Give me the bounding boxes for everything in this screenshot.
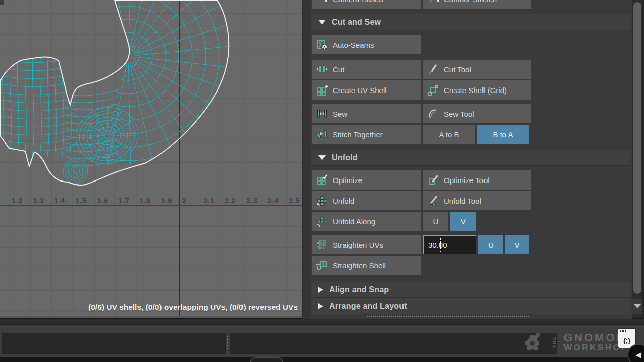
optimize-tool-button[interactable]: Optimize Tool [423,170,531,190]
sew-tool-button[interactable]: Sew Tool [423,104,531,123]
axis-label: 2 [182,196,187,205]
cut-button[interactable]: Cut [312,60,421,79]
cut-tool-button[interactable]: Cut Tool [423,60,531,79]
axis-label: 2.4 [268,196,279,205]
stitch-together-label: Stitch Together [333,130,383,139]
straighten-shell-button[interactable]: Straighten Shell [312,256,421,275]
scrollbar-down-button[interactable] [632,299,642,314]
camera-based-icon [316,0,328,5]
stitch-b-to-a-button[interactable]: B to A [477,125,529,144]
axis-label: 1.8 [139,196,150,205]
sew-label: Sew [333,110,347,118]
a-to-b-label: A to B [439,130,459,139]
unfold-icon [316,195,328,207]
panel-bottom-strip [0,319,644,324]
camera-based-button[interactable]: Camera-Based [312,0,421,9]
stitch-a-to-b-button[interactable]: A to B [423,125,475,144]
axis-label: 1.2 [12,196,23,205]
uv-toolkit-panel: Camera-Based Contour Stretch Cut and Sew… [311,0,632,319]
toolkit-scrollbar[interactable] [632,0,642,318]
cut-tool-icon [427,63,439,75]
unfold-along-u-button[interactable]: U [423,212,448,231]
chevron-down-icon [318,20,326,24]
viewport-corner [0,0,4,5]
sew-icon [316,108,328,120]
optimize-tool-icon [427,174,439,186]
v-label: V [514,241,519,249]
stitch-together-icon [316,128,328,140]
optimize-label: Optimize [333,176,362,185]
create-shell-grid-button[interactable]: Create Shell (Grid) [423,80,531,100]
unfold-along-label: Unfold Along [333,217,375,226]
axis-label: 2.5 [289,196,300,205]
axis-label: 1.3 [33,196,44,205]
section-title: Unfold [332,153,358,162]
video-player-control[interactable] [250,357,283,362]
optimize-tool-label: Optimize Tool [444,176,490,185]
unfold-along-v-button[interactable]: V [450,212,476,231]
stitch-together-button[interactable]: Stitch Together [312,125,421,144]
create-uv-shell-label: Create UV Shell [333,86,387,95]
panel-divider [302,0,311,319]
axis-label: 1.4 [54,196,65,205]
axis-label: 1.6 [97,196,108,205]
unfold-tool-label: Unfold Tool [444,197,481,205]
scrollbar-thumb[interactable] [633,2,641,294]
create-uv-shell-button[interactable]: Create UV Shell [312,80,421,100]
unfold-label: Unfold [333,197,354,205]
sew-tool-icon [427,108,439,120]
auto-seams-icon: A [316,39,328,51]
auto-seams-button[interactable]: A Auto-Seams [312,35,421,54]
axis-label: 2.2 [225,196,236,205]
section-header-arrange-and-layout[interactable]: Arrange and Layout [311,298,630,314]
section-header-align-and-snap[interactable]: Align and Snap [311,282,630,298]
panel-resize-handle[interactable] [367,316,529,317]
back-arrow-icon: ◀ [635,350,641,359]
watermark-the: THE [552,336,557,348]
gnomon-gear-icon [522,330,545,353]
optimize-icon [316,174,328,186]
command-line-strip [0,357,644,362]
cut-icon [316,63,328,75]
contour-stretch-label: Contour Stretch [444,0,497,4]
section-title: Align and Snap [329,285,389,294]
straighten-v-button[interactable]: V [505,235,529,254]
contour-stretch-icon [427,0,439,5]
sew-button[interactable]: Sew [312,104,421,123]
v-label: V [461,217,466,226]
sew-tool-label: Sew Tool [444,110,474,118]
section-header-cut-and-sew[interactable]: Cut and Sew [311,14,630,30]
straighten-uvs-button[interactable]: Straighten UVs [312,235,421,254]
section-title: Cut and Sew [332,18,381,27]
create-uv-shell-icon [316,84,328,96]
camera-based-label: Camera-Based [333,0,383,4]
svg-text:A: A [323,45,326,50]
range-slider[interactable] [230,333,557,354]
toolkit-partial-row: Camera-Based Contour Stretch [311,0,632,9]
section-header-unfold[interactable]: Unfold [311,150,630,166]
uv-status-readout: (0/6) UV shells, (0/0) overlapping UVs, … [88,303,298,312]
axis-label: 2.3 [246,196,257,205]
unfold-tool-icon [427,195,439,207]
chevron-right-icon [318,287,323,293]
axis-label: 1.5 [75,196,87,205]
straighten-uvs-icon [316,239,328,251]
axis-label: 2.1 [203,196,214,205]
auto-seams-label: Auto-Seams [333,41,374,49]
maya-uv-editing-screen: 1.21.31.41.51.61.71.81.922.12.22.32.42.5… [0,0,644,362]
time-slider[interactable] [2,333,226,354]
axis-label: 1.9 [161,196,172,205]
script-icon-titlebar [618,329,635,333]
unfold-tool-button[interactable]: Unfold Tool [423,191,531,210]
uv-editor-viewport[interactable]: 1.21.31.41.51.61.71.81.922.12.22.32.42.5… [0,0,302,318]
contour-stretch-button[interactable]: Contour Stretch [423,0,531,9]
straighten-u-button[interactable]: U [478,235,503,254]
unfold-along-button[interactable]: Unfold Along [312,212,421,231]
optimize-button[interactable]: Optimize [312,170,421,190]
slider-divider-handle[interactable] [227,336,228,350]
straighten-angle-input[interactable]: 30.00 [423,235,476,254]
create-shell-grid-label: Create Shell (Grid) [444,86,507,95]
chevron-down-icon [318,155,326,160]
unfold-button[interactable]: Unfold [312,191,421,210]
u-label: U [488,241,494,249]
